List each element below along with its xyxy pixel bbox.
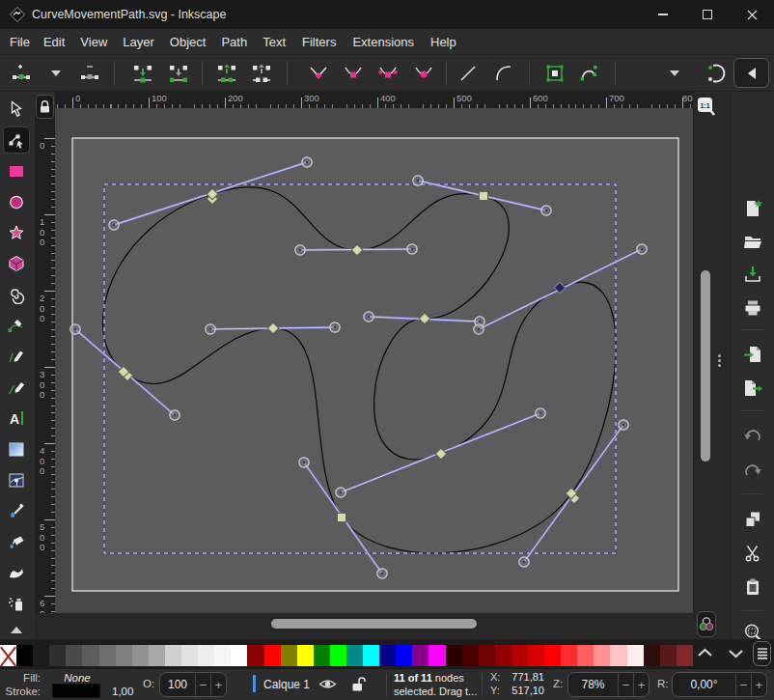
minimize-button[interactable] xyxy=(641,0,685,29)
palette-swatch[interactable] xyxy=(165,645,181,666)
palette-swatch[interactable] xyxy=(677,645,693,666)
layer-lock-button[interactable] xyxy=(351,676,366,692)
stroke-to-path-button[interactable] xyxy=(578,62,601,85)
palette-swatch[interactable] xyxy=(33,645,49,666)
import-button[interactable] xyxy=(742,344,763,365)
palette-swatch[interactable] xyxy=(281,645,297,666)
tool-spiral[interactable] xyxy=(5,283,28,306)
delete-segment-button[interactable] xyxy=(250,62,273,85)
object-to-path-button[interactable] xyxy=(543,62,567,85)
palette-swatch[interactable] xyxy=(462,645,479,666)
break-nodes-button[interactable] xyxy=(215,62,238,85)
undo-button[interactable] xyxy=(742,425,763,446)
rotation-value[interactable]: 0,00° xyxy=(673,673,735,696)
join-with-segment-button[interactable] xyxy=(167,62,190,85)
tool-gradient[interactable] xyxy=(5,437,28,461)
segment-line-button[interactable] xyxy=(456,62,480,85)
tool-ellipse[interactable] xyxy=(5,190,28,213)
rotation-increase-button[interactable]: + xyxy=(751,673,766,696)
tool-tweak[interactable] xyxy=(5,561,28,584)
node-symmetric-button[interactable] xyxy=(376,62,400,85)
redo-button[interactable] xyxy=(742,460,763,481)
node-smooth-button[interactable] xyxy=(342,62,365,85)
tool-star[interactable] xyxy=(5,221,28,244)
palette-swatch[interactable] xyxy=(660,645,677,666)
opacity-decrease-button[interactable]: − xyxy=(195,673,210,696)
palette-swatch[interactable] xyxy=(49,645,66,666)
palette-swatch[interactable] xyxy=(99,645,116,666)
palette-swatch[interactable] xyxy=(330,645,346,666)
horizontal-scrollbar[interactable] xyxy=(271,619,477,629)
palette-swatch[interactable] xyxy=(66,645,82,666)
palette-swatch[interactable] xyxy=(132,645,149,666)
zoom-decrease-button[interactable]: − xyxy=(618,673,633,696)
dock-grip-icon[interactable] xyxy=(718,354,722,370)
palette-swatch[interactable] xyxy=(495,645,511,666)
stroke-width-value[interactable]: 1,00 xyxy=(112,686,133,697)
palette-menu-button[interactable] xyxy=(753,641,771,666)
palette-swatch-none[interactable] xyxy=(0,645,16,666)
palette-swatch[interactable] xyxy=(594,645,610,666)
paste-button[interactable] xyxy=(742,576,763,598)
zoom-value[interactable]: 78% xyxy=(568,673,618,696)
toolbox-scroll-up-icon[interactable] xyxy=(11,627,22,633)
palette-swatch[interactable] xyxy=(561,645,577,666)
menu-extensions[interactable]: Extensions xyxy=(352,35,414,49)
zoom-1to1-icon[interactable]: 1:1 xyxy=(697,97,716,119)
palette-swatch[interactable] xyxy=(412,645,428,666)
close-button[interactable] xyxy=(730,0,774,29)
menu-file[interactable]: File xyxy=(10,35,30,49)
layer-visibility-button[interactable] xyxy=(318,678,337,690)
zoom-spinbox[interactable]: 78% − + xyxy=(567,672,650,697)
palette-swatch[interactable] xyxy=(116,645,132,666)
path-node[interactable] xyxy=(479,191,487,200)
vertical-scrollbar[interactable] xyxy=(701,270,710,462)
palette-swatch[interactable] xyxy=(379,645,396,666)
menu-view[interactable]: View xyxy=(80,35,107,49)
tool-dropper[interactable] xyxy=(5,499,28,522)
palette-swatch[interactable] xyxy=(396,645,412,666)
palette-swatch[interactable] xyxy=(627,645,644,666)
tool-calligraphy[interactable] xyxy=(5,376,28,399)
palette-swatch[interactable] xyxy=(82,645,98,666)
palette-swatch[interactable] xyxy=(297,645,314,666)
segment-curve-button[interactable] xyxy=(492,62,515,85)
palette-swatch[interactable] xyxy=(577,645,594,666)
join-nodes-button[interactable] xyxy=(131,62,154,85)
new-document-button[interactable] xyxy=(742,198,763,219)
stroke-color-swatch[interactable] xyxy=(52,684,100,698)
palette-swatch[interactable] xyxy=(247,645,263,666)
tool-pencil[interactable] xyxy=(5,345,28,368)
opacity-value[interactable]: 100 xyxy=(160,673,195,696)
palette-swatch[interactable] xyxy=(446,645,462,666)
fill-value[interactable]: None xyxy=(54,672,100,684)
insert-node-dropdown[interactable] xyxy=(44,62,68,85)
tool-text[interactable]: A xyxy=(5,406,28,430)
palette-swatch[interactable] xyxy=(231,645,247,666)
menu-path[interactable]: Path xyxy=(221,35,247,49)
palette-swatch[interactable] xyxy=(528,645,544,666)
opacity-spinbox[interactable]: 100 − + xyxy=(159,672,227,697)
open-document-button[interactable] xyxy=(742,231,763,252)
maximize-button[interactable] xyxy=(685,0,730,29)
tool-mesh[interactable] xyxy=(5,468,28,491)
palette-swatch[interactable] xyxy=(428,645,445,666)
palette-swatch[interactable] xyxy=(149,645,165,666)
snap-toggle-button[interactable] xyxy=(704,62,727,85)
export-button[interactable] xyxy=(742,378,763,399)
tool-bucket[interactable] xyxy=(5,530,28,553)
x-coord-dropdown[interactable] xyxy=(663,62,686,85)
lock-guides-button[interactable] xyxy=(36,95,54,119)
tool-pen[interactable] xyxy=(5,314,28,337)
palette-swatch[interactable] xyxy=(346,645,363,666)
node-auto-button[interactable] xyxy=(412,62,435,85)
palette-swatch[interactable] xyxy=(644,645,660,666)
tool-rectangle[interactable] xyxy=(5,159,28,182)
node-corner-button[interactable] xyxy=(307,62,330,85)
delete-node-button[interactable] xyxy=(78,62,101,85)
menu-layer[interactable]: Layer xyxy=(123,35,154,49)
palette-swatch[interactable] xyxy=(610,645,626,666)
save-document-button[interactable] xyxy=(742,264,763,285)
tool-selector[interactable] xyxy=(5,98,28,121)
cut-button[interactable] xyxy=(742,543,763,564)
